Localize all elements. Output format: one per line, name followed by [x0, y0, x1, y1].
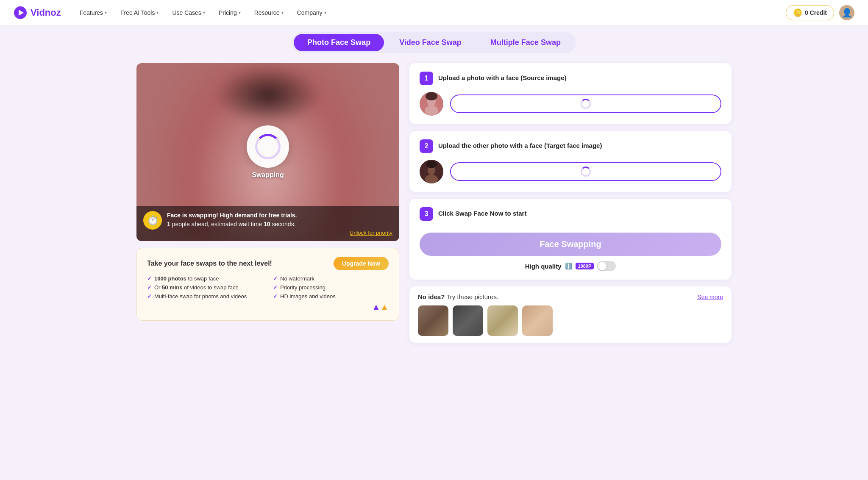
feature-item-6: ✓ HD images and videos [273, 293, 389, 300]
step-1-header: 1 Upload a photo with a face (Source ima… [420, 72, 721, 85]
step-3-badge: 3 [420, 207, 433, 221]
no-idea-label: No idea? [418, 293, 445, 300]
swap-preview: Swapping ⏱️ Face is swapping! High deman… [136, 63, 399, 241]
step-1-upload-bar[interactable] [450, 94, 721, 113]
upload-spinner-2 [581, 166, 591, 177]
chevron-down-icon: ▾ [281, 10, 284, 15]
upgrade-title: Take your face swaps to the next level! [147, 260, 272, 267]
source-face-avatar [420, 92, 443, 116]
nav-item-company[interactable]: Company ▾ [292, 7, 331, 19]
nav-item-free-ai-tools[interactable]: Free AI Tools ▾ [115, 7, 164, 19]
quality-label: High quality [525, 263, 562, 270]
status-message: Face is swapping! High demand for free t… [167, 211, 392, 229]
upgrade-decoration: ▲▲ [147, 302, 389, 312]
check-icon: ✓ [147, 284, 152, 291]
step-1-upload-row [420, 92, 721, 116]
suggestions-left: No idea? Try these pictures. [418, 293, 498, 300]
step-2-title: Upload the other photo with a face (Targ… [438, 139, 602, 150]
upgrade-features: ✓ 1000 photos to swap face ✓ No watermar… [147, 275, 389, 300]
tab-wrapper: Photo Face Swap Video Face Swap Multiple… [292, 32, 576, 53]
thumbnail-row [418, 305, 723, 336]
status-detail: 1 people ahead, estimated wait time 10 s… [167, 221, 296, 228]
spinner-circle [247, 125, 289, 168]
check-icon: ✓ [147, 293, 152, 300]
feature-item-2: ✓ No watermark [273, 275, 389, 282]
feature-item-5: ✓ Multi-face swap for photos and videos [147, 293, 263, 300]
nav-item-features[interactable]: Features ▾ [75, 7, 112, 19]
logo[interactable]: Vidnoz [14, 6, 61, 19]
timer-icon: ⏱️ [143, 211, 162, 230]
step-3-header: 3 Click Swap Face Now to start [420, 207, 721, 221]
tab-video-face-swap[interactable]: Video Face Swap [386, 34, 475, 51]
tab-bar: Photo Face Swap Video Face Swap Multiple… [0, 25, 868, 53]
see-more-link[interactable]: See more [697, 294, 723, 300]
quality-row: High quality ℹ️ 1080P [420, 261, 721, 271]
tab-multiple-face-swap[interactable]: Multiple Face Swap [477, 34, 574, 51]
chevron-down-icon: ▾ [239, 10, 241, 15]
check-icon: ✓ [273, 293, 278, 300]
main-content: Swapping ⏱️ Face is swapping! High deman… [116, 53, 752, 353]
svg-point-9 [426, 161, 437, 168]
face-swap-button[interactable]: Face Swapping [420, 233, 721, 256]
status-bar: ⏱️ Face is swapping! High demand for fre… [136, 206, 399, 241]
source-face-image [420, 92, 443, 116]
right-panel: 1 Upload a photo with a face (Source ima… [409, 63, 732, 343]
toggle-knob [598, 262, 606, 270]
nav-item-use-cases[interactable]: Use Cases ▾ [167, 7, 210, 19]
svg-point-8 [425, 175, 438, 183]
swap-spinner: Swapping [247, 125, 289, 179]
suggestions-header: No idea? Try these pictures. See more [418, 293, 723, 300]
step-3-title: Click Swap Face Now to start [438, 207, 526, 218]
suggestion-thumb-4[interactable] [522, 305, 553, 336]
step-1-badge: 1 [420, 72, 433, 85]
chevron-down-icon: ▾ [324, 10, 326, 15]
info-icon: ℹ️ [565, 263, 572, 269]
credit-label: 0 Credit [805, 9, 827, 16]
upgrade-button[interactable]: Upgrade Now [334, 257, 389, 270]
nav-right: 🪙 0 Credit 👤 [786, 5, 854, 20]
navbar: Vidnoz Features ▾ Free AI Tools ▾ Use Ca… [0, 0, 868, 25]
target-face-image [420, 160, 443, 183]
feature-item-3: ✓ Or 50 mins of videos to swap face [147, 284, 263, 291]
status-people: 1 [167, 221, 170, 228]
nav-item-pricing[interactable]: Pricing ▾ [214, 7, 246, 19]
target-face-avatar [420, 160, 443, 183]
step-2-upload-bar[interactable] [450, 162, 721, 181]
suggestion-thumb-3[interactable] [487, 305, 518, 336]
feature-item-4: ✓ Priority processing [273, 284, 389, 291]
upload-spinner-1 [581, 99, 591, 109]
check-icon: ✓ [147, 275, 152, 282]
feature-item-1: ✓ 1000 photos to swap face [147, 275, 263, 282]
step-2-badge: 2 [420, 139, 433, 153]
spinner-ring [255, 134, 281, 159]
suggestion-thumb-1[interactable] [418, 305, 448, 336]
left-panel: Swapping ⏱️ Face is swapping! High deman… [136, 63, 399, 343]
step-2-upload-row [420, 160, 721, 183]
chevron-down-icon: ▾ [105, 10, 107, 15]
nav-item-resource[interactable]: Resource ▾ [249, 7, 289, 19]
step-2-header: 2 Upload the other photo with a face (Ta… [420, 139, 721, 153]
step-2-card: 2 Upload the other photo with a face (Ta… [409, 131, 732, 192]
step-1-card: 1 Upload a photo with a face (Source ima… [409, 63, 732, 124]
status-title: Face is swapping! High demand for free t… [167, 212, 297, 219]
check-icon: ✓ [273, 284, 278, 291]
status-seconds: 10 [264, 221, 270, 228]
status-content: Face is swapping! High demand for free t… [167, 211, 392, 236]
quality-badge: 1080P [576, 263, 594, 269]
suggestion-thumb-2[interactable] [453, 305, 483, 336]
coin-icon: 🪙 [793, 8, 802, 17]
credit-button[interactable]: 🪙 0 Credit [786, 5, 834, 20]
svg-point-5 [426, 92, 437, 100]
upgrade-header: Take your face swaps to the next level! … [147, 257, 389, 270]
chevron-down-icon: ▾ [203, 10, 205, 15]
quality-toggle[interactable] [597, 261, 616, 271]
tab-photo-face-swap[interactable]: Photo Face Swap [294, 34, 384, 51]
nav-items: Features ▾ Free AI Tools ▾ Use Cases ▾ P… [75, 7, 786, 19]
upgrade-card: Take your face swaps to the next level! … [136, 248, 399, 321]
chevron-down-icon: ▾ [156, 10, 159, 15]
check-icon: ✓ [273, 275, 278, 282]
suggestions-card: No idea? Try these pictures. See more [409, 286, 732, 343]
avatar[interactable]: 👤 [839, 5, 854, 20]
unlock-priority-link[interactable]: Unlock for priority [167, 230, 392, 236]
step-1-title: Upload a photo with a face (Source image… [438, 72, 567, 82]
